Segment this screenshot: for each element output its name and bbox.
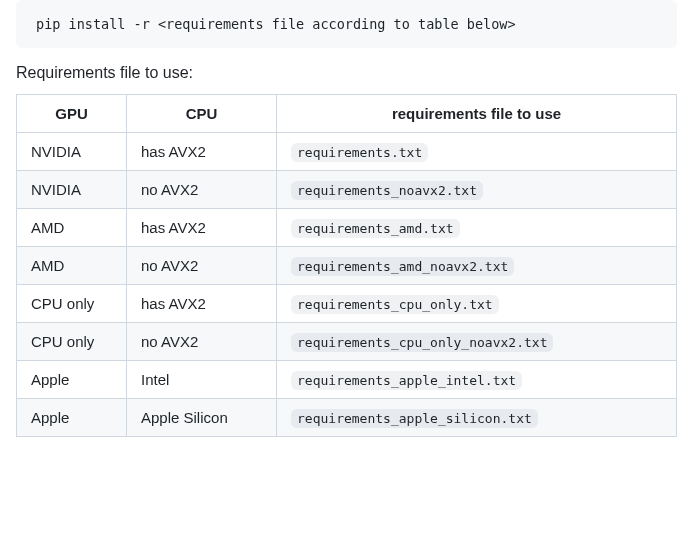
cell-cpu: Intel [127,361,277,399]
table-row: Apple Intel requirements_apple_intel.txt [17,361,677,399]
cell-file: requirements_cpu_only_noavx2.txt [277,323,677,361]
cell-file: requirements_amd.txt [277,209,677,247]
cell-cpu: no AVX2 [127,247,277,285]
cell-gpu: NVIDIA [17,171,127,209]
cell-cpu: no AVX2 [127,323,277,361]
cell-gpu: Apple [17,399,127,437]
cell-file: requirements_apple_intel.txt [277,361,677,399]
requirements-intro-text: Requirements file to use: [16,64,677,82]
requirements-table: GPU CPU requirements file to use NVIDIA … [16,94,677,437]
file-code[interactable]: requirements.txt [291,143,428,162]
table-row: AMD no AVX2 requirements_amd_noavx2.txt [17,247,677,285]
file-code[interactable]: requirements_noavx2.txt [291,181,483,200]
cell-gpu: CPU only [17,285,127,323]
cell-cpu: has AVX2 [127,133,277,171]
cell-cpu: has AVX2 [127,285,277,323]
table-row: NVIDIA has AVX2 requirements.txt [17,133,677,171]
file-code[interactable]: requirements_cpu_only_noavx2.txt [291,333,553,352]
header-file: requirements file to use [277,95,677,133]
cell-file: requirements.txt [277,133,677,171]
table-header-row: GPU CPU requirements file to use [17,95,677,133]
cell-cpu: no AVX2 [127,171,277,209]
table-row: CPU only has AVX2 requirements_cpu_only.… [17,285,677,323]
table-row: Apple Apple Silicon requirements_apple_s… [17,399,677,437]
cell-file: requirements_noavx2.txt [277,171,677,209]
header-cpu: CPU [127,95,277,133]
cell-cpu: Apple Silicon [127,399,277,437]
header-gpu: GPU [17,95,127,133]
cell-file: requirements_apple_silicon.txt [277,399,677,437]
cell-gpu: CPU only [17,323,127,361]
table-row: AMD has AVX2 requirements_amd.txt [17,209,677,247]
table-row: CPU only no AVX2 requirements_cpu_only_n… [17,323,677,361]
table-row: NVIDIA no AVX2 requirements_noavx2.txt [17,171,677,209]
cell-cpu: has AVX2 [127,209,277,247]
file-code[interactable]: requirements_amd_noavx2.txt [291,257,514,276]
cell-gpu: AMD [17,247,127,285]
file-code[interactable]: requirements_apple_intel.txt [291,371,522,390]
cell-gpu: AMD [17,209,127,247]
cell-file: requirements_cpu_only.txt [277,285,677,323]
install-command-code-block[interactable]: pip install -r <requirements file accord… [16,0,677,48]
file-code[interactable]: requirements_apple_silicon.txt [291,409,538,428]
file-code[interactable]: requirements_amd.txt [291,219,460,238]
file-code[interactable]: requirements_cpu_only.txt [291,295,499,314]
cell-gpu: Apple [17,361,127,399]
cell-gpu: NVIDIA [17,133,127,171]
cell-file: requirements_amd_noavx2.txt [277,247,677,285]
